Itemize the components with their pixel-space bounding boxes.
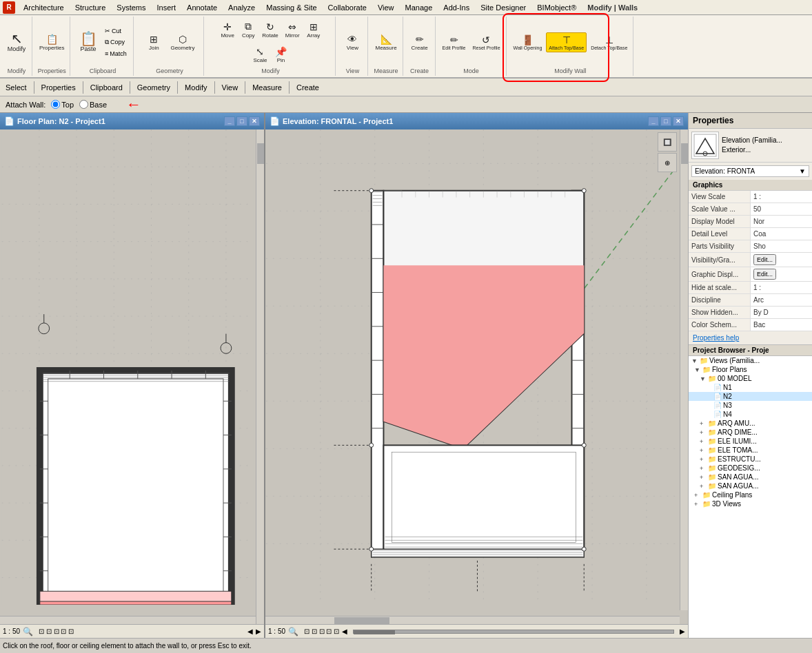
- tree-item-n2[interactable]: 📄 N2: [689, 392, 812, 401]
- tree-item-n1[interactable]: 📄 N1: [689, 383, 812, 392]
- floor-plan-scroll-right[interactable]: ▶: [256, 628, 261, 635]
- toolbar-modify[interactable]: Modify: [182, 83, 210, 92]
- tree-toggle-00model[interactable]: ▼: [700, 375, 708, 382]
- tree-toggle-3d-views[interactable]: +: [694, 501, 702, 508]
- tree-item-ele-ilumi[interactable]: + 📁 ELE ILUMI...: [689, 437, 812, 446]
- menu-collaborate[interactable]: Collaborate: [325, 3, 369, 12]
- toolbar-view[interactable]: View: [219, 83, 241, 92]
- menu-annotate[interactable]: Annotate: [184, 3, 220, 12]
- visibility-graphics-button[interactable]: Edit...: [753, 254, 776, 265]
- parts-visibility-value[interactable]: Sho: [751, 240, 812, 252]
- display-model-value[interactable]: Nor: [751, 216, 812, 227]
- pin-button[interactable]: 📌 Pin: [271, 44, 290, 65]
- elevation-scrollbar-v[interactable]: [680, 129, 688, 610]
- elevation-3d-view-button[interactable]: 🔲: [658, 132, 677, 152]
- tree-item-n4[interactable]: 📄 N4: [689, 410, 812, 419]
- elevation-scroll-right[interactable]: ▶: [680, 628, 685, 635]
- menu-structure[interactable]: Structure: [72, 3, 109, 12]
- elevation-restore[interactable]: □: [660, 116, 671, 126]
- menu-systems[interactable]: Systems: [114, 3, 148, 12]
- discipline-value[interactable]: Arc: [751, 294, 812, 306]
- match-button[interactable]: ≡ Match: [102, 49, 130, 59]
- elevation-scrollbar-thumb-v[interactable]: [681, 143, 688, 164]
- properties-help-link[interactable]: Properties help: [689, 331, 812, 344]
- menu-site-designer[interactable]: Site Designer: [478, 3, 529, 12]
- tree-item-geodesig[interactable]: + 📁 GEODESIG...: [689, 464, 812, 473]
- tree-item-estructu[interactable]: + 📁 ESTRUCTU...: [689, 455, 812, 464]
- elevation-scroll-track[interactable]: [353, 630, 674, 634]
- toolbar-measure[interactable]: Measure: [250, 83, 285, 92]
- graphic-display-button[interactable]: Edit...: [753, 269, 776, 280]
- move-button[interactable]: ✛ Move: [218, 19, 237, 41]
- detach-top-base-button[interactable]: ⊥ Detach Top/Base: [588, 32, 630, 52]
- tree-toggle-views[interactable]: ▼: [691, 357, 700, 364]
- reset-profile-button[interactable]: ↺ Reset Profile: [469, 32, 503, 52]
- menu-insert[interactable]: Insert: [154, 3, 179, 12]
- show-hidden-value[interactable]: By D: [751, 307, 812, 318]
- geometry-button[interactable]: ⬡ Geometry: [168, 32, 197, 53]
- tree-toggle-floor-plans[interactable]: ▼: [694, 366, 702, 373]
- tree-toggle-arq-amu[interactable]: +: [700, 420, 708, 427]
- elevation-zoom-button[interactable]: ⊕: [658, 153, 677, 172]
- view-button[interactable]: 👁 View: [340, 32, 365, 53]
- color-scheme-value[interactable]: Bac: [751, 319, 812, 331]
- tree-item-ceiling-plans[interactable]: + 📁 Ceiling Plans: [689, 490, 812, 499]
- tree-toggle-ele-ilumi[interactable]: +: [700, 438, 708, 445]
- edit-profile-button[interactable]: ✏ Edit Profile: [440, 32, 469, 52]
- floor-plan-close[interactable]: ✕: [249, 116, 260, 126]
- tree-item-views[interactable]: ▼ 📁 Views (Familia...: [689, 356, 812, 365]
- graphic-display-value[interactable]: Edit...: [751, 267, 812, 281]
- attach-top-radio[interactable]: [51, 100, 60, 109]
- paste-button[interactable]: 📋 Paste: [76, 30, 101, 54]
- property-type-dropdown[interactable]: Elevation: FRONTA ▼: [691, 165, 809, 177]
- floor-plan-scroll-left[interactable]: ◀: [247, 628, 253, 635]
- elevation-scrollbar-h[interactable]: [265, 616, 680, 624]
- elevation-close[interactable]: ✕: [673, 116, 684, 126]
- tree-toggle-san-agua-1[interactable]: +: [700, 474, 708, 481]
- scale-value-value[interactable]: 50: [751, 203, 812, 215]
- tree-toggle-ele-toma[interactable]: +: [700, 447, 708, 454]
- create-button[interactable]: ✏ Create: [407, 32, 432, 53]
- menu-analyze[interactable]: Analyze: [225, 3, 258, 12]
- attach-top-base-button[interactable]: ⊤ Attach Top/Base: [546, 32, 587, 52]
- scale-button[interactable]: ⤡ Scale: [250, 44, 270, 65]
- detail-level-value[interactable]: Coa: [751, 228, 812, 240]
- tree-item-n3[interactable]: 📄 N3: [689, 401, 812, 410]
- attach-base-radio[interactable]: [79, 100, 88, 109]
- menu-massing[interactable]: Massing & Site: [263, 3, 319, 12]
- toolbar-create[interactable]: Create: [294, 83, 322, 92]
- menu-addins[interactable]: Add-Ins: [440, 3, 472, 12]
- floor-plan-minimize[interactable]: _: [224, 116, 235, 126]
- floor-plan-scrollbar-thumb[interactable]: [257, 143, 264, 164]
- join-geometry-button[interactable]: ⊞ Join: [141, 32, 166, 53]
- elevation-drawing[interactable]: 🔲 ⊕: [265, 129, 688, 624]
- elevation-scroll-thumb[interactable]: [354, 630, 395, 634]
- tree-toggle-geodesig[interactable]: +: [700, 465, 708, 472]
- tree-item-san-agua-1[interactable]: + 📁 SAN AGUA...: [689, 473, 812, 481]
- tree-item-arq-amu[interactable]: + 📁 ARQ AMU...: [689, 419, 812, 428]
- tree-item-san-agua-2[interactable]: + 📁 SAN AGUA...: [689, 481, 812, 490]
- rotate-button[interactable]: ↻ Rotate: [259, 19, 281, 41]
- floor-plan-scale-icons[interactable]: 🔍: [23, 627, 33, 636]
- tree-toggle-arq-dime[interactable]: +: [700, 429, 708, 436]
- copy-button[interactable]: ⧉ Copy: [102, 37, 130, 48]
- toolbar-geometry[interactable]: Geometry: [134, 83, 173, 92]
- tree-item-3d-views[interactable]: + 📁 3D Views: [689, 499, 812, 508]
- elevation-scrollbar-thumb-h[interactable]: [334, 617, 389, 624]
- tree-toggle-ceiling-plans[interactable]: +: [694, 492, 702, 499]
- elevation-scroll-left[interactable]: ◀: [342, 628, 347, 635]
- floor-plan-scrollbar-h[interactable]: [0, 616, 256, 624]
- app-icon[interactable]: R: [3, 1, 15, 14]
- tree-item-ele-toma[interactable]: + 📁 ELE TOMA...: [689, 446, 812, 455]
- tree-toggle-san-agua-2[interactable]: +: [700, 483, 708, 490]
- mirror-button[interactable]: ⇔ Mirror: [283, 19, 303, 41]
- menu-bimobject[interactable]: BIMobject®: [534, 3, 579, 12]
- tree-item-00model[interactable]: ▼ 📁 00 MODEL: [689, 374, 812, 383]
- tree-item-floor-plans[interactable]: ▼ 📁 Floor Plans: [689, 365, 812, 374]
- properties-button[interactable]: 📋 Properties: [37, 32, 67, 53]
- elevation-minimize[interactable]: _: [648, 116, 659, 126]
- elevation-scale-icons[interactable]: 🔍: [288, 627, 298, 636]
- menu-modify-walls[interactable]: Modify | Walls: [585, 3, 640, 12]
- measure-button[interactable]: 📐 Measure: [372, 32, 399, 53]
- floor-plan-drawing[interactable]: [0, 129, 264, 624]
